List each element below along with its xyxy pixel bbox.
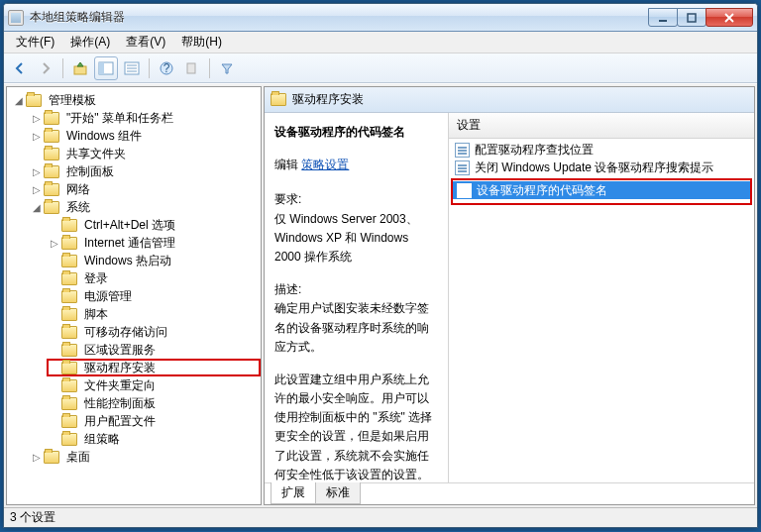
expand-icon[interactable]: ▷ — [31, 183, 43, 195]
tree-label: 区域设置服务 — [81, 341, 159, 360]
toolbar: ? — [4, 53, 757, 83]
folder-icon — [61, 362, 77, 374]
back-button[interactable] — [8, 56, 32, 80]
tree-label: 共享文件夹 — [63, 145, 129, 163]
filter-button[interactable] — [215, 56, 239, 80]
selected-policy-title: 设备驱动程序的代码签名 — [274, 123, 438, 142]
tree-node-group-policy[interactable]: 组策略 — [47, 430, 261, 448]
tree-node-control-panel[interactable]: ▷控制面板 — [29, 162, 261, 180]
expand-icon[interactable]: ▷ — [31, 130, 43, 142]
tree-label: 登录 — [81, 269, 111, 288]
tree-node-ctrlaltdel[interactable]: Ctrl+Alt+Del 选项 — [47, 216, 261, 234]
list-item-label: 设备驱动程序的代码签名 — [477, 182, 607, 199]
expand-icon[interactable]: ▷ — [31, 451, 43, 463]
folder-icon — [44, 201, 59, 214]
tree-node-hotstart[interactable]: Windows 热启动 — [47, 252, 261, 269]
up-button[interactable] — [68, 56, 92, 80]
tree-label: Windows 热启动 — [81, 252, 174, 270]
list-item-label: 配置驱动程序查找位置 — [475, 142, 594, 159]
folder-icon — [61, 237, 77, 250]
tree-node-locale[interactable]: 区域设置服务 — [47, 341, 261, 359]
menu-file[interactable]: 文件(F) — [8, 31, 62, 53]
tree-label: 用户配置文件 — [81, 412, 159, 431]
tree-node-shared-folders[interactable]: 共享文件夹 — [29, 145, 261, 162]
tree-label: 网络 — [63, 180, 93, 199]
tree-label: 组策略 — [81, 430, 123, 449]
tree-pane[interactable]: ◢ 管理模板 ▷"开始" 菜单和任务栏 ▷Windows 组件 共享文件夹 ▷控… — [6, 86, 262, 505]
tree-label: 控制面板 — [63, 162, 117, 181]
tree-node-desktop[interactable]: ▷桌面 — [29, 448, 261, 466]
titlebar[interactable]: 本地组策略编辑器 — [4, 4, 757, 32]
svg-text:?: ? — [163, 61, 170, 75]
tree-label: 电源管理 — [81, 287, 135, 306]
tab-label: 标准 — [326, 485, 350, 499]
folder-icon — [61, 433, 77, 446]
expand-icon[interactable]: ▷ — [31, 112, 43, 124]
tree-label: 系统 — [63, 198, 93, 217]
show-hide-tree-button[interactable] — [94, 56, 118, 80]
description-label: 描述: — [274, 282, 301, 296]
folder-icon — [44, 451, 59, 464]
tab-extended[interactable]: 扩展 — [271, 482, 316, 504]
policy-icon — [455, 143, 470, 158]
menu-help[interactable]: 帮助(H) — [173, 31, 230, 53]
statusbar: 3 个设置 — [4, 507, 757, 527]
tree-node-start-menu[interactable]: ▷"开始" 菜单和任务栏 — [29, 109, 261, 127]
folder-icon — [44, 183, 59, 196]
tree-node-perf-panel[interactable]: 性能控制面板 — [47, 394, 261, 412]
menu-action[interactable]: 操作(A) — [62, 31, 118, 53]
description-column: 设备驱动程序的代码签名 编辑 策略设置 要求:仅 Windows Server … — [265, 113, 449, 482]
tree-node-windows-components[interactable]: ▷Windows 组件 — [29, 127, 261, 145]
tree-label: 文件夹重定向 — [81, 376, 159, 395]
tree-label: "开始" 菜单和任务栏 — [63, 109, 176, 128]
details-header-title: 驱动程序安装 — [292, 91, 364, 108]
tree-node-internet-comm[interactable]: ▷Internet 通信管理 — [47, 234, 261, 252]
list-item-code-signing[interactable]: 设备驱动程序的代码签名 — [453, 181, 750, 199]
folder-icon — [44, 165, 59, 178]
tree-node-driver-install[interactable]: 驱动程序安装 — [47, 359, 261, 376]
list-view-button[interactable] — [120, 56, 144, 80]
svg-rect-4 — [99, 62, 104, 74]
list-item-driver-location[interactable]: 配置驱动程序查找位置 — [451, 141, 752, 159]
tree-label: 性能控制面板 — [81, 394, 159, 413]
tree-node-folder-redir[interactable]: 文件夹重定向 — [47, 376, 261, 394]
folder-icon — [61, 290, 77, 303]
expand-icon[interactable]: ▷ — [49, 237, 60, 249]
expand-icon[interactable]: ▷ — [31, 165, 43, 177]
collapse-icon[interactable]: ◢ — [31, 201, 43, 213]
collapse-icon[interactable]: ◢ — [13, 94, 25, 106]
export-button[interactable] — [180, 56, 204, 80]
help-button[interactable]: ? — [155, 56, 178, 80]
settings-list[interactable]: 配置驱动程序查找位置 关闭 Windows Update 设备驱动程序搜索提示 … — [449, 139, 754, 482]
list-column-header[interactable]: 设置 — [449, 113, 754, 139]
tree-label: 脚本 — [81, 305, 111, 324]
tree-node-user-profile[interactable]: 用户配置文件 — [47, 412, 261, 430]
window: 本地组策略编辑器 文件(F) 操作(A) 查看(V) 帮助(H) ? — [3, 3, 758, 528]
folder-icon — [61, 415, 77, 428]
tree-node-network[interactable]: ▷网络 — [29, 180, 261, 198]
close-button[interactable] — [706, 8, 753, 27]
maximize-button[interactable] — [677, 8, 707, 27]
tab-standard[interactable]: 标准 — [315, 482, 361, 504]
tree-node-scripts[interactable]: 脚本 — [47, 305, 261, 323]
tree-node-system[interactable]: ◢系统 — [29, 198, 261, 216]
app-icon — [8, 10, 24, 26]
requirements-text: 仅 Windows Server 2003、Windows XP 和 Windo… — [274, 212, 418, 264]
view-tabs: 扩展 标准 — [265, 482, 754, 504]
edit-policy-link[interactable]: 策略设置 — [301, 158, 349, 171]
svg-rect-0 — [659, 20, 667, 22]
tree-node-power[interactable]: 电源管理 — [47, 287, 261, 305]
forward-button[interactable] — [34, 56, 57, 80]
tree-label: Internet 通信管理 — [81, 234, 178, 253]
tree-node-removable[interactable]: 可移动存储访问 — [47, 323, 261, 341]
tree-node-admin-templates[interactable]: ◢ 管理模板 — [11, 91, 261, 109]
menu-view[interactable]: 查看(V) — [118, 31, 173, 53]
svg-rect-2 — [74, 66, 86, 74]
minimize-button[interactable] — [648, 8, 678, 27]
status-text: 3 个设置 — [10, 509, 55, 526]
folder-icon — [44, 112, 59, 125]
tree-node-logon[interactable]: 登录 — [47, 269, 261, 287]
svg-rect-1 — [688, 14, 696, 22]
list-item-wu-prompt[interactable]: 关闭 Windows Update 设备驱动程序搜索提示 — [451, 159, 752, 176]
folder-icon — [61, 308, 77, 321]
